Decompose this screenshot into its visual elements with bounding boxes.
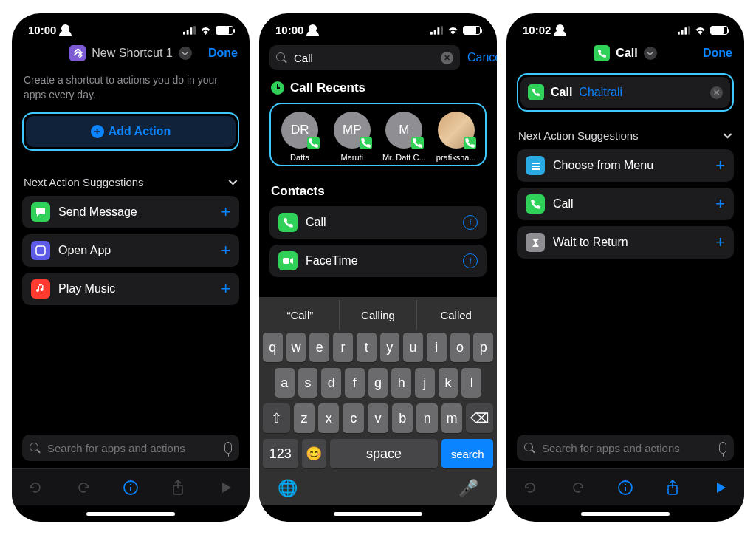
key-b[interactable]: b xyxy=(392,403,413,433)
add-action-button[interactable]: + Add Action xyxy=(26,116,236,147)
home-indicator[interactable] xyxy=(259,505,497,522)
key-g[interactable]: g xyxy=(368,368,388,398)
key-p[interactable]: p xyxy=(473,333,493,362)
title-menu-icon[interactable] xyxy=(179,47,192,60)
undo-button[interactable] xyxy=(27,480,44,496)
add-icon[interactable]: + xyxy=(221,202,230,222)
cancel-button[interactable]: Cancel xyxy=(467,51,497,64)
kb-suggestion[interactable]: Called xyxy=(417,300,495,330)
suggestion-row[interactable]: Open App + xyxy=(22,234,239,267)
recent-contact[interactable]: pratiksha... xyxy=(430,112,482,162)
play-button[interactable] xyxy=(712,480,729,496)
key-m[interactable]: m xyxy=(441,403,462,433)
kb-suggestion[interactable]: Calling xyxy=(340,300,418,330)
mic-icon[interactable] xyxy=(719,442,726,454)
info-icon[interactable]: i xyxy=(463,215,478,230)
info-button[interactable] xyxy=(617,480,633,496)
chevron-down-icon xyxy=(723,131,732,140)
suggestion-label: Wait to Return xyxy=(553,236,628,249)
key-f[interactable]: f xyxy=(345,368,365,398)
add-icon[interactable]: + xyxy=(715,233,725,252)
clear-icon[interactable]: ✕ xyxy=(441,52,453,64)
key-j[interactable]: j xyxy=(415,368,435,398)
recent-contact[interactable]: MP Maruti xyxy=(326,112,378,162)
add-icon[interactable]: + xyxy=(715,156,725,175)
suggestion-row[interactable]: Send Message + xyxy=(22,196,239,228)
page-title[interactable]: New Shortcut 1 xyxy=(69,45,191,61)
contact-action-row[interactable]: FaceTime i xyxy=(269,245,487,277)
suggestion-row[interactable]: Choose from Menu + xyxy=(517,149,734,182)
key-y[interactable]: y xyxy=(380,333,400,362)
search-bar[interactable] xyxy=(22,435,239,461)
search-bar[interactable] xyxy=(517,435,734,461)
add-icon[interactable]: + xyxy=(221,241,230,260)
kb-suggestion[interactable]: “Call” xyxy=(261,300,340,330)
mic-icon[interactable] xyxy=(224,442,232,454)
key-v[interactable]: v xyxy=(368,403,388,433)
key-x[interactable]: x xyxy=(318,403,339,433)
suggestion-label: Choose from Menu xyxy=(553,159,653,172)
backspace-key[interactable]: ⌫ xyxy=(466,403,493,433)
key-l[interactable]: l xyxy=(461,368,481,398)
title-menu-icon[interactable] xyxy=(644,47,657,60)
phone-app-icon xyxy=(528,84,544,100)
key-q[interactable]: q xyxy=(263,333,283,362)
search-key[interactable]: search xyxy=(441,439,493,468)
key-e[interactable]: e xyxy=(309,333,329,362)
key-r[interactable]: r xyxy=(333,333,353,362)
redo-button[interactable] xyxy=(570,480,586,496)
home-indicator[interactable] xyxy=(506,505,744,522)
key-h[interactable]: h xyxy=(391,368,411,398)
clear-action-icon[interactable]: ✕ xyxy=(710,86,723,99)
suggestion-row[interactable]: Wait to Return + xyxy=(517,226,734,259)
key-i[interactable]: i xyxy=(427,333,447,362)
space-key[interactable]: space xyxy=(330,439,439,468)
search-field[interactable]: ✕ xyxy=(269,45,460,70)
call-action-card[interactable]: Call Chaitrali ✕ xyxy=(520,77,730,108)
phone-call-action: 10:02 Call Done Call Chaitrali ✕ Next Ac… xyxy=(506,13,744,522)
dictation-key[interactable]: 🎤 xyxy=(458,479,478,498)
done-button[interactable]: Done xyxy=(208,47,238,60)
suggestions-header[interactable]: Next Action Suggestions xyxy=(518,129,732,142)
key-k[interactable]: k xyxy=(439,368,458,398)
key-u[interactable]: u xyxy=(403,333,423,362)
key-s[interactable]: s xyxy=(298,368,318,398)
emoji-key[interactable]: 😊 xyxy=(302,439,326,468)
action-parameter[interactable]: Chaitrali xyxy=(579,86,622,99)
share-button[interactable] xyxy=(170,480,186,496)
home-indicator[interactable] xyxy=(12,505,250,522)
add-icon[interactable]: + xyxy=(221,279,230,299)
key-n[interactable]: n xyxy=(416,403,437,433)
plus-icon: + xyxy=(91,125,104,138)
recent-contact[interactable]: DR Datta xyxy=(274,112,326,162)
key-a[interactable]: a xyxy=(275,368,295,398)
msg-icon xyxy=(31,202,50,222)
suggestions-header[interactable]: Next Action Suggestions xyxy=(24,176,238,188)
info-icon[interactable]: i xyxy=(463,253,478,268)
suggestion-row[interactable]: Call + xyxy=(517,188,734,220)
shift-key[interactable]: ⇧ xyxy=(263,403,290,433)
title-label: Call xyxy=(616,47,637,60)
key-c[interactable]: c xyxy=(343,403,363,433)
search-input[interactable] xyxy=(46,441,219,455)
done-button[interactable]: Done xyxy=(703,47,732,60)
key-z[interactable]: z xyxy=(294,403,315,433)
share-button[interactable] xyxy=(664,480,681,496)
key-w[interactable]: w xyxy=(286,333,306,362)
key-d[interactable]: d xyxy=(321,368,341,398)
undo-button[interactable] xyxy=(522,480,538,496)
recent-contact[interactable]: M Mr. Datt C... xyxy=(378,112,430,162)
globe-key[interactable]: 🌐 xyxy=(278,479,298,498)
info-button[interactable] xyxy=(123,480,139,496)
key-o[interactable]: o xyxy=(450,333,470,362)
numbers-key[interactable]: 123 xyxy=(263,439,298,468)
search-input[interactable] xyxy=(540,441,714,455)
add-icon[interactable]: + xyxy=(715,194,725,214)
suggestion-row[interactable]: Play Music + xyxy=(22,273,239,305)
key-t[interactable]: t xyxy=(357,333,377,362)
contact-action-row[interactable]: Call i xyxy=(269,206,487,239)
search-input[interactable] xyxy=(292,51,436,65)
redo-button[interactable] xyxy=(75,480,92,496)
play-button[interactable] xyxy=(218,480,234,496)
page-title[interactable]: Call xyxy=(594,45,656,61)
